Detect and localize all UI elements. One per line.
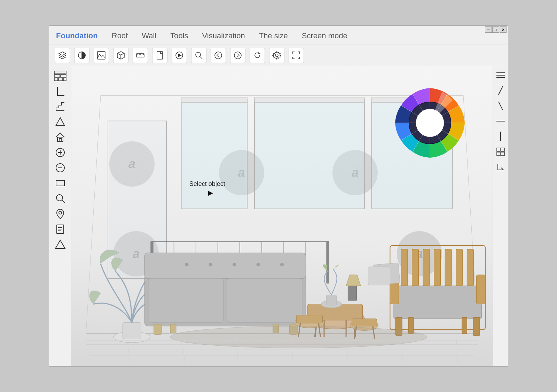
forward-icon[interactable] — [230, 48, 245, 63]
svg-point-37 — [59, 211, 62, 214]
back-icon[interactable] — [211, 48, 226, 63]
svg-rect-27 — [57, 137, 63, 142]
rotate-icon[interactable] — [250, 48, 265, 63]
rectangle-icon[interactable] — [53, 176, 68, 190]
horizontal-line-icon[interactable] — [494, 115, 507, 127]
roof-triangle-icon[interactable] — [53, 115, 68, 129]
svg-rect-97 — [352, 319, 377, 326]
svg-rect-116 — [368, 267, 390, 285]
svg-point-78 — [209, 263, 213, 267]
ruler-icon[interactable] — [133, 48, 148, 63]
menu-item-wall[interactable]: Wall — [142, 30, 156, 42]
corner-angle-icon[interactable] — [494, 161, 507, 173]
menu-item-foundation[interactable]: Foundation — [56, 30, 98, 42]
note-icon[interactable] — [53, 222, 68, 236]
menu-item-roof[interactable]: Roof — [112, 30, 128, 42]
close-button[interactable]: ✕ — [500, 26, 507, 33]
svg-rect-101 — [394, 286, 482, 319]
search-icon[interactable] — [53, 191, 68, 205]
window-controls: — □ ✕ — [485, 26, 507, 33]
room-background: Select object ▶ a a a a a — [71, 66, 493, 366]
pin-icon[interactable] — [53, 207, 68, 221]
svg-rect-34 — [56, 180, 64, 186]
svg-rect-153 — [497, 148, 500, 151]
svg-rect-118 — [326, 295, 336, 305]
svg-rect-20 — [54, 75, 60, 77]
svg-rect-22 — [54, 78, 58, 81]
svg-rect-21 — [61, 75, 66, 77]
svg-rect-114 — [462, 317, 467, 334]
minimize-button[interactable]: — — [485, 26, 492, 33]
svg-line-150 — [499, 102, 503, 110]
grid-table-icon[interactable] — [494, 146, 507, 158]
svg-line-15 — [200, 56, 202, 59]
menu-item-thesize[interactable]: The size — [259, 30, 288, 42]
fullscreen-icon[interactable] — [289, 48, 304, 63]
minus-icon[interactable] — [53, 161, 68, 175]
svg-rect-110 — [477, 275, 485, 304]
app-window: — □ ✕ Foundation Roof Wall Tools Visuali… — [49, 25, 508, 367]
svg-rect-24 — [63, 78, 66, 81]
diagonal-slash-icon[interactable] — [494, 84, 507, 97]
svg-point-16 — [215, 52, 222, 59]
contrast-icon[interactable] — [74, 48, 89, 63]
svg-point-77 — [185, 263, 189, 267]
svg-line-36 — [62, 200, 65, 203]
svg-rect-84 — [170, 324, 176, 333]
brick-wall-icon[interactable] — [53, 69, 68, 83]
l-shape-icon[interactable] — [53, 84, 68, 98]
menu-item-screenmode[interactable]: Screen mode — [302, 30, 347, 42]
menu-bar: Foundation Roof Wall Tools Visualization… — [49, 26, 508, 45]
svg-rect-155 — [497, 152, 500, 156]
svg-rect-2 — [97, 52, 105, 59]
svg-rect-28 — [59, 139, 61, 142]
color-wheel[interactable] — [388, 81, 472, 165]
svg-line-131 — [456, 334, 458, 363]
add-icon[interactable] — [53, 146, 68, 159]
svg-rect-103 — [412, 249, 419, 286]
toolbar — [49, 45, 508, 66]
settings-icon[interactable] — [269, 48, 284, 63]
svg-rect-107 — [456, 249, 463, 286]
menu-item-tools[interactable]: Tools — [170, 30, 188, 42]
warning-triangle-icon[interactable] — [53, 237, 68, 251]
svg-point-121 — [170, 326, 427, 348]
svg-point-80 — [256, 263, 260, 267]
svg-marker-26 — [56, 118, 64, 125]
canvas-area[interactable]: Select object ▶ a a a a a — [71, 66, 493, 366]
svg-rect-102 — [401, 249, 408, 286]
svg-point-79 — [233, 263, 236, 267]
cube-icon[interactable] — [113, 48, 128, 63]
svg-rect-72 — [123, 322, 141, 339]
svg-rect-106 — [445, 249, 452, 286]
zoom-icon[interactable] — [191, 48, 206, 63]
select-object-label: Select object ▶ — [189, 180, 225, 197]
svg-marker-120 — [346, 275, 361, 286]
menu-item-visualization[interactable]: Visualization — [202, 30, 245, 42]
mountain-icon[interactable] — [94, 48, 109, 63]
svg-point-17 — [234, 52, 241, 59]
svg-rect-154 — [501, 148, 504, 151]
vertical-line-icon[interactable] — [494, 130, 507, 143]
svg-rect-108 — [467, 249, 473, 286]
document-icon[interactable] — [152, 48, 167, 63]
svg-marker-13 — [178, 54, 182, 57]
svg-line-149 — [499, 86, 503, 95]
svg-point-14 — [196, 52, 201, 57]
pointer-icon[interactable] — [172, 48, 187, 63]
staircase-icon[interactable] — [53, 100, 68, 113]
svg-rect-76 — [227, 279, 302, 322]
hamburger-menu-icon[interactable] — [494, 69, 507, 81]
svg-point-81 — [280, 263, 284, 267]
svg-rect-11 — [157, 52, 163, 59]
svg-rect-93 — [296, 315, 323, 323]
svg-rect-119 — [348, 286, 356, 300]
layers-icon[interactable] — [55, 48, 70, 63]
main-area: Select object ▶ a a a a a — [49, 66, 508, 366]
svg-rect-104 — [423, 249, 430, 286]
maximize-button[interactable]: □ — [492, 26, 499, 33]
house-icon[interactable] — [53, 130, 68, 144]
svg-rect-23 — [58, 78, 63, 81]
svg-point-18 — [275, 54, 278, 57]
diagonal-backslash-icon[interactable] — [494, 100, 507, 112]
